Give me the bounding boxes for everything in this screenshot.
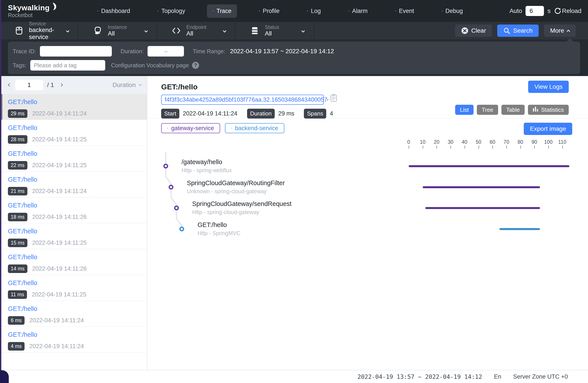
trace-list-item[interactable]: GET:/hello18 ms2022-04-19 14:11:26	[1, 197, 147, 223]
trace-item-duration-badge: 28 ms	[8, 135, 27, 144]
axis-tick-mark	[451, 146, 451, 149]
trace-item-title[interactable]: GET:/hello	[8, 305, 147, 312]
trace-list-item[interactable]: GET:/hello11 ms2022-04-19 14:11:25	[1, 275, 147, 301]
advanced-search-panel: Trace ID: Duration: Time Range: 2022-04-…	[8, 42, 580, 74]
duration-input[interactable]	[147, 46, 184, 57]
trace-list-item[interactable]: GET:/hello28 ms2022-04-19 14:11:25	[1, 120, 147, 146]
next-page-button[interactable]	[59, 82, 64, 88]
footer-time-range[interactable]: 2022-04-19 13:57 ~ 2022-04-19 14:12	[357, 373, 482, 380]
tab-table[interactable]: Table	[501, 105, 525, 115]
trace-item-title[interactable]: GET:/hello	[8, 202, 147, 209]
search-button[interactable]: Search	[497, 24, 539, 37]
help-question-icon[interactable]: ?	[192, 62, 199, 69]
filter-instance-dropdown[interactable]: InstanceAll	[79, 22, 157, 40]
filter-endpoint-dropdown[interactable]: EndpointAll	[157, 22, 235, 40]
filter-label: Service	[29, 21, 67, 26]
trace-item-title[interactable]: GET:/hello	[8, 98, 147, 106]
axis-tick-mark	[562, 146, 563, 149]
trace-items: GET:/hello29 ms2022-04-19 14:11:24GET:/h…	[1, 94, 147, 353]
more-button[interactable]: More	[544, 24, 576, 37]
trace-item-title[interactable]: GET:/hello	[8, 279, 147, 287]
nav-item-event[interactable]: Event	[390, 4, 420, 18]
span-title[interactable]: SpringCloudGateway/sendRequest	[192, 200, 292, 207]
filter-service-dropdown[interactable]: Servicebackend-service	[0, 22, 79, 40]
logo-title: Skywalking	[8, 4, 50, 12]
trace-item-title[interactable]: GET:/hello	[8, 150, 147, 157]
span-node-gateway-service[interactable]	[163, 164, 168, 168]
trace-id-label: Trace ID:	[13, 48, 36, 55]
server-zone[interactable]: Server Zone UTC +0	[513, 373, 568, 380]
nav-item-dashboard[interactable]: Dashboard	[92, 4, 136, 18]
copy-clipboard-icon[interactable]	[330, 94, 337, 102]
trace-list-item[interactable]: GET:/hello14 ms2022-04-19 14:11:26	[1, 249, 147, 275]
trace-id-select[interactable]: f4f3f3c34abe4252a89d5bf103f776aa.32.1650…	[161, 95, 324, 105]
trace-list-item[interactable]: GET:/hello4 ms2022-04-19 14:11:24	[1, 327, 147, 353]
trace-id-input[interactable]	[40, 46, 112, 57]
chevron-down-icon	[301, 29, 305, 32]
nav-item-topology[interactable]: Topology	[152, 4, 191, 18]
axis-tick-label: 80	[518, 139, 523, 145]
axis-tick-label: 110	[558, 139, 566, 145]
filter-selectors: Servicebackend-serviceInstanceAllEndpoin…	[0, 22, 314, 40]
trace-list-item[interactable]: GET:/hello6 ms2022-04-19 14:11:24	[1, 301, 147, 327]
export-image-button[interactable]: Export image	[524, 123, 572, 135]
axis-tick-mark	[521, 146, 521, 149]
span-layer-component: Http - SpringMVC	[198, 230, 240, 236]
view-logs-label: View Logs	[534, 83, 563, 90]
search-icon	[503, 27, 510, 34]
trace-item-duration-badge: 29 ms	[8, 109, 27, 118]
nav-item-profile[interactable]: Profile	[253, 4, 285, 18]
page-footer: 2022-04-19 13:57 ~ 2022-04-19 14:12 En S…	[0, 370, 588, 383]
chevron-down-icon	[139, 83, 142, 86]
nav-item-alarm[interactable]: Alarm	[343, 4, 373, 18]
trace-item-title[interactable]: GET:/hello	[8, 176, 147, 183]
prev-page-button[interactable]	[7, 82, 12, 88]
trace-list-item[interactable]: GET:/hello22 ms2022-04-19 14:11:25	[1, 146, 147, 172]
nav-item-log[interactable]: Log	[301, 4, 326, 18]
span-node-gateway-service[interactable]	[168, 185, 173, 190]
view-logs-button[interactable]: View Logs	[528, 81, 569, 93]
span-title[interactable]: GET:/hello	[198, 221, 227, 228]
span-node-gateway-service[interactable]	[174, 205, 179, 210]
time-range-value[interactable]: 2022-04-19 13:57 ~ 2022-04-19 14:12	[230, 48, 334, 55]
tags-input[interactable]	[30, 60, 105, 71]
sort-dropdown[interactable]: Duration	[112, 81, 141, 88]
trace-item-timestamp: 2022-04-19 14:11:24	[32, 110, 87, 117]
trace-list-item[interactable]: GET:/hello15 ms2022-04-19 14:11:25	[1, 223, 147, 249]
trace-item-title[interactable]: GET:/hello	[8, 254, 147, 261]
tab-list[interactable]: List	[455, 105, 474, 115]
trace-detail-panel: GET:/hello f4f3f3c34abe4252a89d5bf103f77…	[147, 76, 588, 370]
reload-button[interactable]: Reload	[554, 7, 581, 15]
span-duration-bar[interactable]	[499, 228, 540, 230]
filter-value: All	[265, 30, 279, 37]
span-title[interactable]: SpringCloudGateway/RoutingFilter	[187, 180, 285, 187]
clear-button[interactable]: Clear	[455, 24, 492, 37]
trace-list-item[interactable]: GET:/hello21 ms2022-04-19 14:11:24	[1, 172, 147, 197]
page-number-input[interactable]	[15, 80, 43, 90]
span-duration-bar[interactable]	[425, 207, 540, 209]
nav-item-debug[interactable]: Debug	[436, 4, 469, 18]
trace-item-title[interactable]: GET:/hello	[8, 228, 147, 235]
span-node-backend-service[interactable]	[179, 226, 184, 231]
axis-tick-label: 90	[532, 139, 537, 145]
tab-statistics[interactable]: Statistics	[528, 105, 569, 115]
trace-item-timestamp: 2022-04-19 14:11:24	[29, 343, 84, 350]
span-duration-bar[interactable]	[409, 165, 569, 167]
trace-item-title[interactable]: GET:/hello	[8, 331, 147, 338]
nav-item-trace[interactable]: Trace	[207, 4, 237, 18]
reload-icon	[554, 7, 562, 15]
service-chip-backend-service[interactable]: backend-service	[225, 123, 284, 133]
trace-item-title[interactable]: GET:/hello	[8, 124, 147, 131]
span-title[interactable]: /gateway/hello	[182, 159, 222, 166]
service-chip-gateway-service[interactable]: gateway-service	[161, 123, 220, 133]
axis-tick-label: 30	[448, 139, 453, 145]
auto-interval-input[interactable]	[525, 6, 544, 16]
trace-item-timestamp: 2022-04-19 14:11:24	[32, 188, 87, 195]
filter-status-dropdown[interactable]: StatusAll	[235, 22, 314, 40]
vocabulary-link[interactable]: Configuration Vocabulary page	[111, 62, 189, 69]
trace-list-item[interactable]: GET:/hello29 ms2022-04-19 14:11:24	[1, 94, 147, 120]
tab-tree[interactable]: Tree	[477, 105, 498, 115]
span-duration-bar[interactable]	[423, 186, 540, 188]
axis-tick-mark	[548, 146, 549, 149]
language-switch[interactable]: En	[494, 373, 501, 380]
